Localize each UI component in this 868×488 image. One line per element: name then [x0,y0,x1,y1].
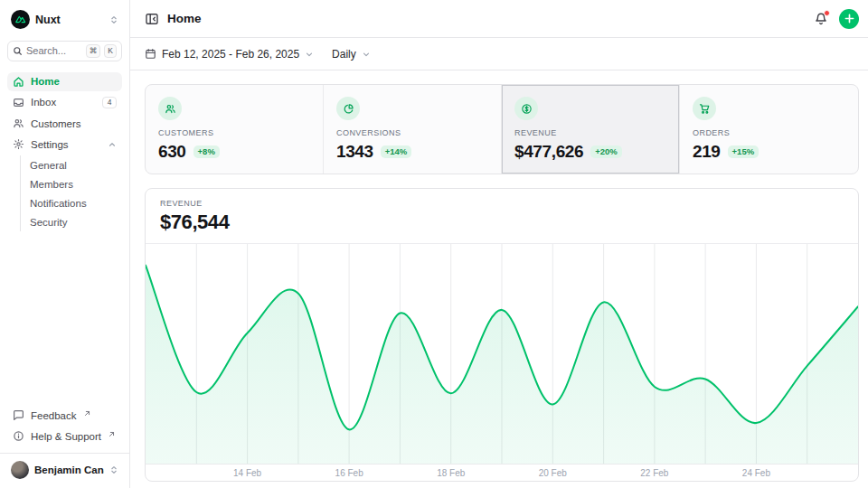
stat-label: CUSTOMERS [158,128,310,137]
user-menu[interactable]: Benjamin Canac [7,454,122,481]
sidebar-item-settings[interactable]: Settings [7,135,122,154]
x-axis-label: 16 Feb [335,468,363,478]
x-axis-label: 18 Feb [437,468,465,478]
interval-label: Daily [332,48,356,61]
stat-label: REVENUE [514,128,666,137]
team-switcher[interactable]: Nuxt [7,7,122,32]
sidebar-item-label: Settings [31,139,69,150]
date-range-label: Feb 12, 2025 - Feb 26, 2025 [162,48,299,61]
sidebar-item-label: Home [31,76,60,87]
stat-delta-badge: +15% [728,145,760,159]
sidebar-footer-nav: Feedback Help & Support [7,406,122,446]
top-bar: Home [130,0,868,38]
settings-sub-list: General Members Notifications Security [20,155,122,231]
team-name: Nuxt [35,14,104,26]
sidebar-item-security[interactable]: Security [21,212,122,231]
main-area: Home Feb 12, 2025 - Feb 26, 2025 Daily [130,0,868,488]
date-range-picker[interactable]: Feb 12, 2025 - Feb 26, 2025 [145,48,314,61]
sidebar: Nuxt ⌘ K Home Inbox 4 [0,0,130,488]
sidebar-item-label: Inbox [31,97,56,108]
panel-left-close-icon[interactable] [145,12,159,26]
interval-select[interactable]: Daily [332,48,371,61]
calendar-icon [145,48,156,60]
chevron-down-icon [362,50,371,59]
external-link-icon [84,410,90,417]
chevrons-up-down-icon [109,15,118,24]
sidebar-spacer [7,231,122,406]
stat-value: 1343 [336,142,373,162]
stat-label: ORDERS [693,128,845,137]
revenue-chart-svg [146,244,858,464]
x-axis-label: 14 Feb [233,468,261,478]
notifications-button[interactable] [814,12,828,26]
home-icon [13,76,24,88]
dollar-circle-icon [514,97,538,120]
chart-plot-area[interactable] [146,244,858,464]
chevron-down-icon [305,50,314,59]
dashboard-content: CUSTOMERS 630 +8% CONVERSIONS 1343 +14% [130,70,868,488]
kbd-cmd: ⌘ [86,44,101,58]
sidebar-item-members[interactable]: Members [21,174,122,193]
notification-dot [824,10,830,16]
sidebar-nav: Home Inbox 4 Customers Settings Ge [7,72,122,232]
speech-bubble-icon [13,409,24,421]
sidebar-item-home[interactable]: Home [7,72,122,91]
stat-value: $477,626 [514,142,583,162]
stat-delta-badge: +8% [193,145,220,159]
stat-card-revenue[interactable]: REVENUE $477,626 +20% [502,85,680,174]
search-bar[interactable]: ⌘ K [7,41,122,61]
stat-card-customers[interactable]: CUSTOMERS 630 +8% [146,85,324,174]
search-input[interactable] [26,45,82,56]
users-icon [158,97,182,120]
sidebar-item-notifications[interactable]: Notifications [21,193,122,212]
chart-label: REVENUE [160,199,844,208]
stat-card-orders[interactable]: ORDERS 219 +15% [680,85,858,174]
chevron-up-icon [108,140,117,149]
user-name: Benjamin Canac [34,465,104,475]
inbox-icon [13,97,24,108]
x-axis-label: 20 Feb [539,468,567,478]
sidebar-item-customers[interactable]: Customers [7,114,122,133]
stat-delta-badge: +20% [590,145,622,159]
external-link-icon [108,431,115,437]
nuxt-logo [11,10,30,29]
top-bar-actions [814,9,859,29]
sidebar-item-inbox[interactable]: Inbox 4 [7,93,122,113]
sidebar-item-label: Feedback [31,410,77,421]
gear-icon [13,138,24,150]
users-icon [13,117,24,129]
stat-value: 630 [158,142,186,162]
stat-label: CONVERSIONS [336,128,488,137]
x-axis-label: 24 Feb [742,468,770,478]
filters-bar: Feb 12, 2025 - Feb 26, 2025 Daily [130,38,868,70]
sidebar-item-help-support[interactable]: Help & Support [7,427,122,446]
kbd-k: K [104,44,117,58]
sidebar-item-feedback[interactable]: Feedback [7,406,122,425]
info-circle-icon [13,430,24,442]
chart-header: REVENUE $76,544 [146,189,858,244]
sidebar-item-label: Help & Support [31,431,101,442]
avatar [11,461,29,479]
sidebar-item-general[interactable]: General [21,155,122,174]
stats-row: CUSTOMERS 630 +8% CONVERSIONS 1343 +14% [145,84,859,174]
stat-delta-badge: +14% [381,145,412,159]
stat-value: 219 [693,142,721,162]
inbox-count-badge: 4 [102,97,117,109]
plus-icon [844,14,854,23]
add-button[interactable] [839,9,859,29]
chart-x-axis: 14 Feb16 Feb18 Feb20 Feb22 Feb24 Feb [146,464,858,481]
stat-card-conversions[interactable]: CONVERSIONS 1343 +14% [324,85,502,174]
search-icon [13,46,23,56]
cart-icon [693,97,716,120]
sidebar-item-label: Customers [31,118,81,129]
page-title: Home [167,12,202,25]
chevrons-up-down-icon [109,465,118,474]
pie-chart-icon [336,97,360,120]
revenue-chart-card: REVENUE $76,544 14 Feb16 Feb18 Feb20 Feb… [145,188,859,482]
x-axis-label: 22 Feb [640,468,668,478]
chart-total: $76,544 [160,211,844,234]
